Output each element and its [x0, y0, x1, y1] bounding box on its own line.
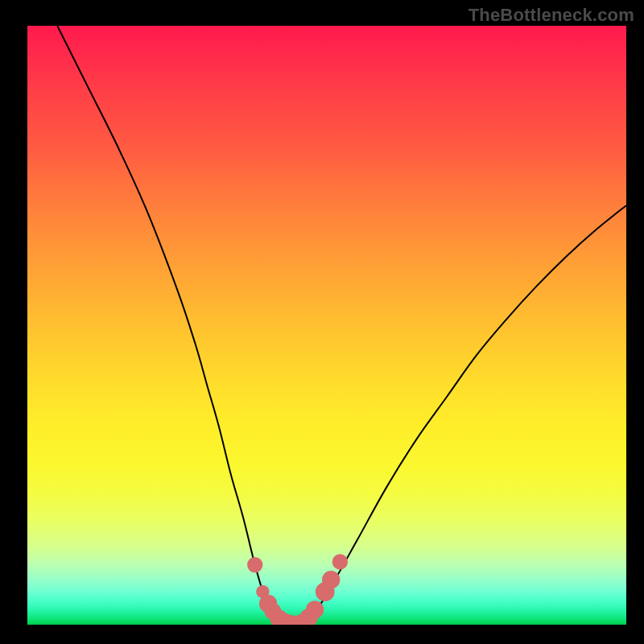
chart-frame: TheBottleneck.com: [0, 0, 644, 644]
plot-area: [27, 26, 626, 625]
chart-overlay: [27, 26, 626, 625]
curve-marker: [247, 557, 262, 572]
curve-marker: [322, 571, 340, 588]
bottleneck-curve: [57, 26, 626, 625]
curve-marker: [332, 554, 348, 569]
curve-marker: [306, 601, 324, 618]
watermark-text: TheBottleneck.com: [469, 5, 634, 26]
